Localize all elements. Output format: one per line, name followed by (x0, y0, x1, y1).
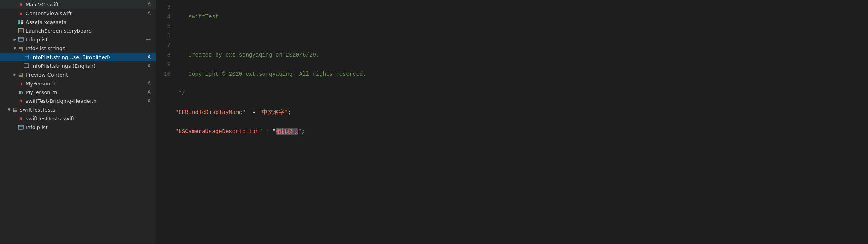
arrow-icon (12, 124, 18, 130)
file-item-infoplist-simplified[interactable]: InfoPlist.string...se, Simplified) A (0, 53, 156, 61)
strings-icon (23, 63, 30, 69)
arrow-icon (12, 81, 18, 86)
arrow-icon (18, 54, 23, 60)
file-item-launchscreen[interactable]: LaunchScreen.storyboard (0, 26, 156, 35)
assets-icon (18, 19, 24, 25)
plist-icon (18, 36, 24, 43)
file-item-infoplist-strings-group[interactable]: ▼ ▤ InfoPlist.strings (0, 44, 156, 53)
strings-icon (23, 54, 30, 60)
arrow-icon (18, 63, 23, 69)
swift-icon: S (18, 1, 24, 8)
arrow-icon (12, 116, 18, 121)
file-item-contentview[interactable]: S ContentView.swift A (0, 9, 156, 18)
file-label: InfoPlist.strings (26, 45, 151, 51)
file-label: swiftTestTests.swift (26, 116, 151, 122)
file-badge: A (148, 63, 151, 69)
plist-icon (18, 124, 24, 130)
svg-rect-11 (24, 64, 29, 68)
file-item-infoplist-english[interactable]: InfoPlist.strings (English) A (0, 61, 156, 70)
arrow-icon (12, 89, 18, 95)
expand-arrow-icon: ▼ (12, 45, 18, 51)
svg-rect-2 (18, 22, 20, 24)
file-label: ContentView.swift (26, 10, 148, 16)
code-editor: 3 4 5 6 7 8 9 10 swiftTest Created by ex… (156, 0, 868, 244)
arrow-icon (12, 19, 18, 25)
h-icon: h (18, 98, 24, 104)
svg-rect-14 (18, 125, 23, 129)
svg-rect-5 (19, 29, 22, 32)
arrow-icon (12, 28, 18, 33)
h-icon: h (18, 80, 24, 87)
file-label: Assets.xcassets (26, 19, 151, 25)
file-navigator: S MainVC.swift A S ContentView.swift A A… (0, 0, 156, 244)
file-badge: A (148, 10, 151, 16)
file-item-swifttesttests-group[interactable]: ▼ ▤ swiftTestTests (0, 105, 156, 114)
file-badge: A (148, 89, 151, 95)
file-item-preview-content[interactable]: ▶ ▤ Preview Content (0, 70, 156, 79)
file-badge: A (148, 2, 151, 7)
file-badge: A (148, 98, 151, 104)
file-label: Info.plist (26, 37, 146, 43)
file-item-myperson-h[interactable]: h MyPerson.h A (0, 79, 156, 88)
file-badge: — (146, 37, 151, 42)
arrow-icon (12, 10, 18, 16)
m-icon: m (18, 89, 24, 95)
file-badge: A (148, 81, 151, 86)
file-item-info-plist[interactable]: ▶ Info.plist — (0, 35, 156, 44)
file-label: InfoPlist.string...se, Simplified) (31, 54, 148, 60)
svg-rect-0 (18, 20, 20, 22)
line-numbers: 3 4 5 6 7 8 9 10 (156, 2, 175, 244)
folder-icon: ▤ (18, 71, 24, 78)
expand-arrow-icon: ▶ (12, 72, 18, 77)
file-label: Info.plist (26, 124, 151, 130)
code-content[interactable]: swiftTest Created by ext.songyaqing on 2… (175, 2, 868, 244)
arrow-icon (12, 2, 18, 7)
file-item-assets[interactable]: Assets.xcassets (0, 18, 156, 26)
svg-rect-6 (18, 37, 23, 41)
folder-icon: ▤ (12, 106, 18, 113)
file-item-bridging[interactable]: h swiftTest-Bridging-Header.h A (0, 96, 156, 105)
svg-rect-8 (24, 55, 29, 59)
arrow-icon (12, 98, 18, 104)
file-label: MainVC.swift (26, 2, 148, 8)
swift-icon: S (18, 10, 24, 16)
folder-icon: ▤ (18, 45, 24, 51)
file-label: MyPerson.h (26, 81, 148, 87)
expand-arrow-icon: ▼ (6, 107, 12, 112)
swift-icon: S (18, 115, 24, 122)
file-label: LaunchScreen.storyboard (26, 28, 151, 34)
file-label: swiftTest-Bridging-Header.h (26, 98, 148, 104)
file-badge: A (148, 54, 151, 60)
file-item-myperson-m[interactable]: m MyPerson.m A (0, 88, 156, 96)
file-label: MyPerson.m (26, 89, 148, 95)
svg-rect-3 (21, 22, 23, 24)
file-label: InfoPlist.strings (English) (31, 63, 148, 69)
file-item-mainvc[interactable]: S MainVC.swift A (0, 0, 156, 9)
storyboard-icon (18, 28, 24, 34)
svg-rect-1 (21, 20, 23, 22)
file-label: swiftTestTests (20, 107, 151, 113)
file-item-info-plist2[interactable]: Info.plist (0, 123, 156, 132)
file-item-swifttesttests-swift[interactable]: S swiftTestTests.swift (0, 114, 156, 123)
expand-arrow-icon: ▶ (12, 37, 18, 42)
file-label: Preview Content (26, 72, 151, 78)
code-view[interactable]: 3 4 5 6 7 8 9 10 swiftTest Created by ex… (156, 0, 868, 244)
